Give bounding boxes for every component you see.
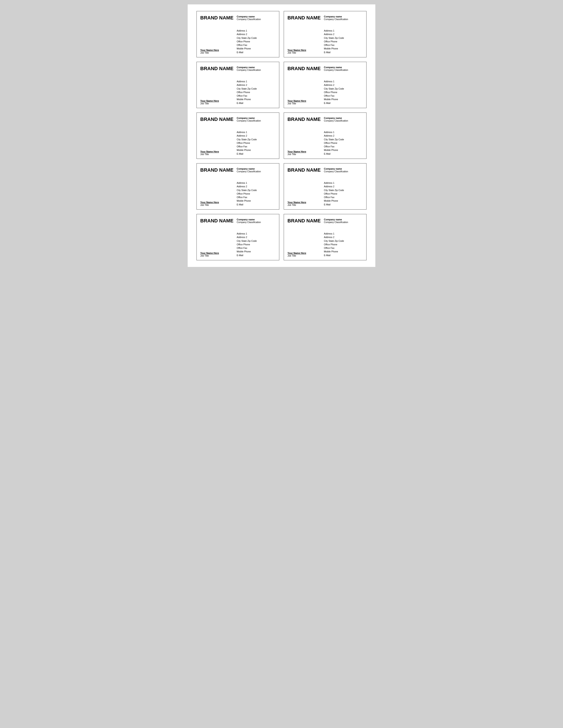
office-fax-6: Office Fax [324,145,344,148]
cards-grid: BRAND NAME Company name Company Classifi… [196,11,367,260]
company-name-1: Company name [237,15,261,18]
address2-6: Address 2 [324,134,344,137]
address2-2: Address 2 [324,32,344,36]
address-info-6: Address 1 Address 2 City State Zip Code … [324,130,344,156]
office-phone-1: Office Phone [237,40,257,43]
business-card-10: BRAND NAME Company name Company Classifi… [284,214,367,260]
brand-name-3: BRAND NAME [200,66,234,71]
company-info-8: Company name Company Classification [324,167,348,173]
mobile-phone-8: Mobile Phone [324,199,344,203]
business-card-5: BRAND NAME Company name Company Classifi… [196,113,279,159]
address1-2: Address 1 [324,29,344,32]
company-info-9: Company name Company Classification [237,218,261,223]
company-info-3: Company name Company Classification [237,66,261,71]
card-top-6: BRAND NAME Company name Company Classifi… [288,117,363,122]
company-classification-4: Company Classification [324,69,348,71]
address2-1: Address 2 [237,32,257,36]
company-info-2: Company name Company Classification [324,15,348,21]
office-phone-6: Office Phone [324,141,344,145]
brand-name-7: BRAND NAME [200,167,234,173]
company-classification-7: Company Classification [237,170,261,173]
mobile-phone-1: Mobile Phone [237,47,257,50]
office-phone-10: Office Phone [324,243,344,246]
company-classification-6: Company Classification [324,119,348,122]
card-bottom-4: Your Name Here Job Title Address 1 Addre… [288,80,363,105]
card-bottom-9: Your Name Here Job Title Address 1 Addre… [200,232,275,257]
company-classification-1: Company Classification [237,18,261,21]
person-name-1: Your Name Here [200,49,234,51]
address2-8: Address 2 [324,185,344,188]
mobile-phone-6: Mobile Phone [324,148,344,152]
address-info-8: Address 1 Address 2 City State Zip Code … [324,181,344,206]
email-1: E-Mail [237,51,257,54]
person-info-10: Your Name Here Job Title [288,252,322,257]
card-bottom-6: Your Name Here Job Title Address 1 Addre… [288,130,363,156]
job-title-4: Job Title [288,102,322,105]
brand-name-5: BRAND NAME [200,117,234,122]
email-7: E-Mail [237,203,257,206]
office-phone-7: Office Phone [237,192,257,195]
company-name-7: Company name [237,167,261,170]
brand-name-8: BRAND NAME [288,167,322,173]
company-name-9: Company name [237,218,261,221]
mobile-phone-5: Mobile Phone [237,148,257,152]
company-info-1: Company name Company Classification [237,15,261,21]
city-state-zip-9: City State Zip Code [237,239,257,243]
office-fax-5: Office Fax [237,145,257,148]
office-fax-1: Office Fax [237,43,257,47]
city-state-zip-2: City State Zip Code [324,36,344,40]
city-state-zip-1: City State Zip Code [237,36,257,40]
email-2: E-Mail [324,51,344,54]
person-info-2: Your Name Here Job Title [288,49,322,54]
address1-7: Address 1 [237,181,257,185]
job-title-3: Job Title [200,102,234,105]
brand-name-10: BRAND NAME [288,218,322,223]
address2-7: Address 2 [237,185,257,188]
brand-name-1: BRAND NAME [200,15,234,21]
company-name-4: Company name [324,66,348,69]
city-state-zip-8: City State Zip Code [324,188,344,192]
card-top-4: BRAND NAME Company name Company Classifi… [288,66,363,71]
office-phone-8: Office Phone [324,192,344,195]
person-info-3: Your Name Here Job Title [200,99,234,105]
email-10: E-Mail [324,253,344,257]
company-classification-9: Company Classification [237,221,261,223]
brand-name-2: BRAND NAME [288,15,322,21]
company-info-4: Company name Company Classification [324,66,348,71]
address1-1: Address 1 [237,29,257,32]
address2-9: Address 2 [237,235,257,239]
address2-5: Address 2 [237,134,257,137]
office-phone-4: Office Phone [324,90,344,94]
office-fax-8: Office Fax [324,195,344,199]
city-state-zip-10: City State Zip Code [324,239,344,243]
address-info-7: Address 1 Address 2 City State Zip Code … [237,181,257,206]
job-title-1: Job Title [200,51,234,54]
address1-5: Address 1 [237,130,257,134]
page: BRAND NAME Company name Company Classifi… [188,4,375,267]
person-name-7: Your Name Here [200,201,234,204]
card-top-2: BRAND NAME Company name Company Classifi… [288,15,363,21]
city-state-zip-3: City State Zip Code [237,87,257,90]
office-phone-3: Office Phone [237,90,257,94]
business-card-7: BRAND NAME Company name Company Classifi… [196,163,279,210]
office-fax-7: Office Fax [237,195,257,199]
city-state-zip-6: City State Zip Code [324,138,344,141]
card-top-1: BRAND NAME Company name Company Classifi… [200,15,275,21]
company-info-5: Company name Company Classification [237,117,261,122]
company-info-7: Company name Company Classification [237,167,261,173]
job-title-9: Job Title [200,254,234,257]
address1-10: Address 1 [324,232,344,235]
business-card-6: BRAND NAME Company name Company Classifi… [284,113,367,159]
city-state-zip-4: City State Zip Code [324,87,344,90]
mobile-phone-4: Mobile Phone [324,98,344,101]
person-info-1: Your Name Here Job Title [200,49,234,54]
address-info-5: Address 1 Address 2 City State Zip Code … [237,130,257,156]
mobile-phone-9: Mobile Phone [237,250,257,253]
person-name-4: Your Name Here [288,99,322,102]
office-phone-9: Office Phone [237,243,257,246]
office-fax-2: Office Fax [324,43,344,47]
address-info-1: Address 1 Address 2 City State Zip Code … [237,29,257,54]
email-5: E-Mail [237,152,257,156]
card-top-3: BRAND NAME Company name Company Classifi… [200,66,275,71]
company-name-10: Company name [324,218,348,221]
